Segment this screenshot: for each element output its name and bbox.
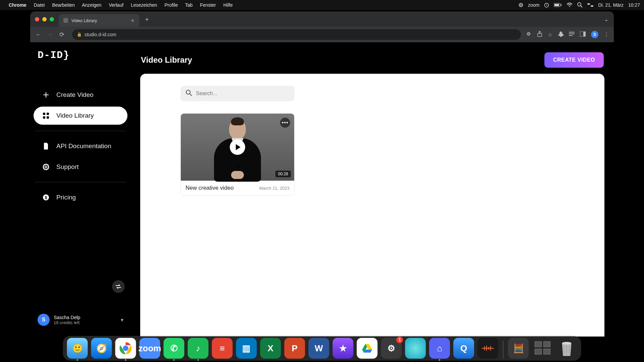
create-video-button[interactable]: CREATE VIDEO (544, 52, 604, 68)
url-text: studio.d-id.com (85, 32, 116, 37)
sidebar: D-ID} Create Video Video Library API Doc… (30, 42, 131, 337)
dock-calculator[interactable]: 🧮 (508, 338, 529, 359)
dock-finder[interactable]: 🙂 (67, 338, 88, 359)
menubar-date[interactable]: Di. 21. März (598, 2, 623, 8)
svg-point-6 (569, 6, 570, 7)
sidebar-item-label: Video Library (56, 112, 94, 119)
user-credits: 18 credits left (54, 320, 80, 325)
minimize-window-button[interactable] (42, 17, 47, 21)
video-thumbnail[interactable]: ••• 00:28 ↖ (181, 114, 294, 181)
svg-point-22 (43, 164, 49, 170)
search-box[interactable] (180, 86, 294, 101)
mac-menu-item[interactable]: Anzeigen (82, 2, 101, 8)
play-icon[interactable] (230, 139, 245, 155)
sidebar-item-api-docs[interactable]: API Documentation (34, 137, 127, 155)
control-center-icon[interactable] (587, 3, 593, 7)
clock-icon[interactable] (544, 3, 549, 8)
dock-powerpoint[interactable]: P (284, 338, 305, 359)
fullscreen-window-button[interactable] (50, 17, 54, 21)
menubar-time[interactable]: 10:27 (628, 2, 640, 8)
tabs-dropdown-icon[interactable]: ⌄ (604, 16, 608, 22)
close-tab-icon[interactable]: ✕ (131, 18, 135, 23)
sidebar-item-video-library[interactable]: Video Library (34, 107, 127, 125)
sidebar-item-label: Support (56, 163, 79, 171)
mac-menu-app[interactable]: Chrome (9, 2, 26, 8)
mac-menu-item[interactable]: Profile (165, 2, 178, 8)
app-viewport: D-ID} Create Video Video Library API Doc… (30, 42, 614, 337)
settings-badge: 1 (396, 337, 403, 343)
mac-menu-item[interactable]: Tab (185, 2, 193, 8)
share-icon[interactable] (537, 31, 542, 38)
sidebar-item-pricing[interactable]: $ Pricing (34, 188, 127, 206)
battery-icon[interactable] (554, 3, 562, 7)
dock-app-teal[interactable] (405, 338, 426, 359)
svg-point-23 (45, 166, 47, 168)
document-icon (42, 142, 50, 150)
dock-audio-app[interactable] (478, 338, 498, 359)
collapse-sidebar-button[interactable] (112, 280, 125, 293)
dock-excel[interactable]: X (260, 338, 281, 359)
dock-trash[interactable] (556, 338, 577, 359)
sidebar-item-support[interactable]: Support (34, 158, 127, 176)
main-area: Video Library CREATE VIDEO (131, 42, 614, 337)
mac-menu-item[interactable]: Lesezeichen (131, 2, 157, 8)
mac-menu-item[interactable]: Hilfe (223, 2, 233, 8)
mac-menu-item[interactable]: Fenster (200, 2, 216, 8)
plus-icon (42, 90, 50, 99)
svg-point-28 (123, 346, 128, 351)
video-card[interactable]: ••• 00:28 ↖ New creative video March 21,… (180, 113, 294, 196)
browser-toolbar: ← → ⟳ 🔒 studio.d-id.com ☆ S ⋮ (30, 27, 614, 42)
video-date: March 21, 2023 (259, 186, 289, 191)
dock-whatsapp[interactable]: ✆ (164, 338, 184, 359)
app-logo[interactable]: D-ID} (30, 50, 131, 71)
mac-menu-item[interactable]: Datei (34, 2, 45, 8)
mac-menu-item[interactable]: Bearbeiten (52, 2, 75, 8)
svg-rect-19 (47, 113, 49, 115)
reading-list-icon[interactable] (569, 32, 575, 38)
google-lens-icon[interactable] (526, 31, 532, 38)
extensions-icon[interactable] (558, 31, 564, 38)
record-icon[interactable] (519, 3, 523, 7)
sidebar-item-create-video[interactable]: Create Video (34, 86, 127, 104)
back-button[interactable]: ← (35, 31, 42, 38)
video-title: New creative video (185, 185, 234, 191)
dock-settings[interactable]: ⚙1 (381, 338, 402, 359)
nav-separator (35, 131, 126, 131)
dock-mission-control[interactable] (532, 338, 553, 359)
sidebar-item-label: API Documentation (56, 142, 111, 150)
dock-zoom[interactable]: zoom (140, 338, 160, 359)
mac-menu-item[interactable]: Verlauf (109, 2, 124, 8)
wifi-icon[interactable] (567, 3, 573, 7)
dock-todoist[interactable]: ≡ (212, 338, 233, 359)
sidepanel-icon[interactable] (580, 32, 586, 38)
dock-quicktime[interactable]: Q (453, 338, 474, 359)
svg-rect-8 (587, 3, 590, 5)
bookmark-star-icon[interactable]: ☆ (548, 32, 552, 38)
new-tab-button[interactable]: ＋ (144, 15, 150, 23)
spotlight-icon[interactable] (577, 2, 583, 8)
video-grid: ••• 00:28 ↖ New creative video March 21,… (180, 113, 564, 196)
close-window-button[interactable] (35, 17, 39, 21)
search-input[interactable] (196, 90, 290, 97)
dock-spotify[interactable]: ♪ (188, 338, 209, 359)
address-bar[interactable]: 🔒 studio.d-id.com (72, 29, 521, 40)
dock-trello[interactable]: ▥ (236, 338, 257, 359)
dock-google-drive[interactable] (357, 338, 378, 359)
user-menu[interactable]: S Sascha Delp 18 credits left ▾ (30, 309, 131, 330)
profile-avatar[interactable]: S (591, 31, 598, 38)
chrome-menu-icon[interactable]: ⋮ (604, 32, 609, 38)
dock-word[interactable]: W (309, 338, 329, 359)
svg-rect-15 (569, 35, 573, 36)
lifebuoy-icon (42, 163, 50, 171)
more-options-button[interactable]: ••• (280, 118, 290, 128)
dock-imovie[interactable]: ★ (333, 338, 354, 359)
dock-discord[interactable]: ⌂ (429, 338, 450, 359)
mac-dock: 🙂 🧭 zoom ✆ ♪ ≡ ▥ X P W ★ ⚙1 ⌂ Q 🧮 (63, 336, 581, 361)
sidebar-item-label: Pricing (56, 194, 76, 201)
browser-tab[interactable]: Video Library ✕ (59, 14, 139, 27)
zoom-menuextra[interactable]: zoom (528, 2, 539, 8)
reload-button[interactable]: ⟳ (58, 31, 65, 38)
dock-safari[interactable]: 🧭 (91, 338, 112, 359)
dock-chrome[interactable] (115, 338, 136, 359)
tab-favicon (63, 18, 68, 23)
